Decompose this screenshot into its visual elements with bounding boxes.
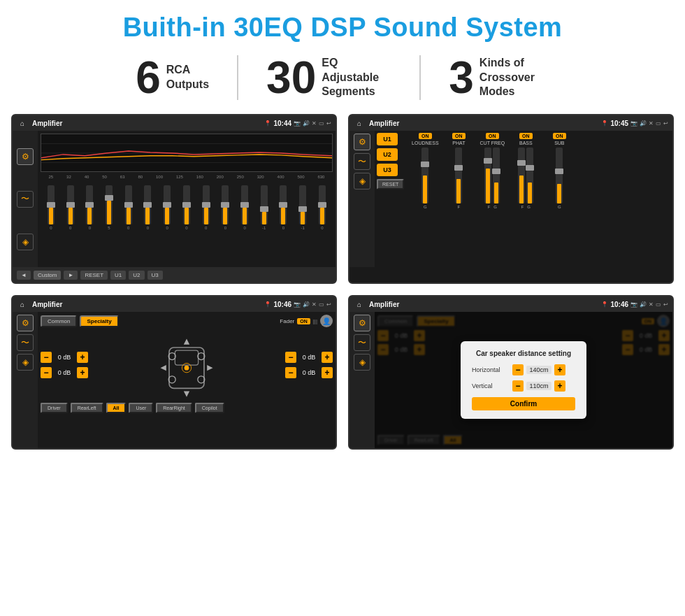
eq-slider-14[interactable]: 0	[319, 185, 326, 230]
fader-speaker-icon[interactable]: ◈	[17, 354, 34, 371]
home-icon-2[interactable]: ⌂	[354, 117, 365, 129]
home-icon-3[interactable]: ⌂	[17, 299, 28, 310]
loudness-slider[interactable]	[421, 148, 428, 203]
tab-common[interactable]: Common	[41, 315, 77, 327]
db-plus-rr[interactable]: +	[322, 367, 333, 378]
vertical-plus-btn[interactable]: +	[554, 380, 565, 392]
svg-marker-13	[161, 365, 166, 371]
eq-slider-0[interactable]: 0	[48, 185, 55, 230]
home-icon[interactable]: ⌂	[17, 117, 28, 129]
fader-driver-btn[interactable]: Driver	[41, 403, 68, 413]
distance-time: 10:46	[610, 301, 628, 308]
horizontal-value: 140cm	[526, 366, 551, 374]
fader-all-btn[interactable]: All	[106, 403, 127, 413]
phat-slider[interactable]	[455, 148, 462, 203]
sub-slider[interactable]	[556, 148, 563, 203]
preset-u1[interactable]: U1	[377, 133, 398, 145]
bass-label: BASS	[519, 141, 533, 146]
fader-rearleft-btn[interactable]: RearLeft	[71, 403, 103, 413]
svg-marker-11	[184, 339, 189, 345]
eq-slider-5[interactable]: 0	[144, 185, 151, 230]
eq-slider-1[interactable]: 0	[67, 185, 74, 230]
eq-slider-6[interactable]: 0	[164, 185, 171, 230]
eq-u1-btn[interactable]: U1	[110, 271, 126, 280]
db-plus-fr[interactable]: +	[322, 352, 333, 363]
fader-copilot-btn[interactable]: Copilot	[195, 403, 224, 413]
crossover-reset-btn[interactable]: RESET	[377, 179, 404, 189]
svg-marker-14	[207, 365, 212, 371]
volume-icon-3: 🔊	[303, 301, 310, 308]
back-icon-3: ↩	[326, 301, 331, 308]
crossover-main-area: U1 U2 U3 RESET ON LOUDNESS	[375, 131, 672, 267]
phat-on-badge: ON	[452, 133, 466, 139]
dist-settings-icon[interactable]: ⚙	[354, 315, 370, 331]
eq-speaker-icon[interactable]: ◈	[17, 234, 34, 250]
eq-slider-4[interactable]: 0	[125, 185, 132, 230]
channel-sub: ON SUB G	[544, 133, 575, 265]
back-icon-2: ↩	[663, 120, 668, 127]
eq-slider-11[interactable]: -1	[261, 185, 268, 230]
preset-u3[interactable]: U3	[377, 164, 398, 176]
fader-wave-icon[interactable]: 〜	[17, 334, 34, 351]
db-minus-rr[interactable]: −	[285, 367, 296, 378]
fader-controls-left: − 0 dB + − 0 dB +	[41, 352, 88, 378]
camera-icon-2: 📷	[630, 120, 637, 127]
cutfreq-slider-f[interactable]	[484, 148, 491, 203]
dist-speaker-icon[interactable]: ◈	[354, 354, 370, 371]
eq-prev-btn[interactable]: ◄	[17, 271, 31, 280]
vertical-minus-btn[interactable]: −	[512, 380, 524, 392]
db-plus-fl[interactable]: +	[77, 352, 88, 363]
xover-wave-icon[interactable]: 〜	[354, 153, 370, 170]
db-minus-rl[interactable]: −	[41, 367, 52, 378]
stat-crossover-number: 3	[449, 55, 474, 100]
status-bar-eq: ⌂ Amplifier 📍 10:44 📷 🔊 ✕ ▭ ↩	[13, 115, 336, 131]
db-minus-fr[interactable]: −	[285, 352, 296, 363]
location-icon: 📍	[264, 120, 271, 127]
bass-slider-f[interactable]	[518, 148, 525, 203]
profile-icon-fader[interactable]: 👤	[320, 315, 333, 327]
eq-slider-3[interactable]: 5	[106, 185, 113, 230]
back-icon-4: ↩	[663, 301, 668, 308]
fader-user-btn[interactable]: User	[129, 403, 153, 413]
fader-rearright-btn[interactable]: RearRight	[156, 403, 192, 413]
db-value-fr: 0 dB	[299, 354, 319, 361]
eq-u2-btn[interactable]: U2	[129, 271, 144, 280]
dialog-overlay: Car speaker distance setting Horizontal …	[375, 312, 672, 448]
eq-slider-12[interactable]: 0	[280, 185, 287, 230]
stat-crossover: 3 Kinds ofCrossover Modes	[421, 55, 577, 100]
eq-slider-10[interactable]: 0	[241, 185, 248, 230]
tab-specialty[interactable]: Specialty	[80, 315, 118, 327]
db-value-rr: 0 dB	[299, 369, 319, 376]
stat-eq-number: 30	[266, 55, 316, 100]
status-icons-fader: 📍 10:46 📷 🔊 ✕ ▭ ↩	[264, 301, 331, 308]
eq-play-btn[interactable]: ►	[64, 271, 78, 280]
cutfreq-slider-g[interactable]	[493, 148, 500, 203]
eq-slider-9[interactable]: 0	[222, 185, 229, 230]
confirm-button[interactable]: Confirm	[472, 397, 575, 410]
eq-slider-7[interactable]: 0	[183, 185, 190, 230]
eq-slider-2[interactable]: 0	[86, 185, 93, 230]
dist-wave-icon[interactable]: 〜	[354, 334, 370, 351]
eq-slider-13[interactable]: -1	[299, 185, 306, 230]
preset-u2[interactable]: U2	[377, 148, 398, 161]
fader-main-area: Common Specialty Fader ON ||| 👤 − 0 dB	[38, 312, 336, 448]
dialog-horizontal-row: Horizontal − 140cm +	[472, 364, 575, 375]
eq-reset-btn[interactable]: RESET	[80, 271, 108, 280]
sub-label: SUB	[554, 141, 564, 146]
home-icon-4[interactable]: ⌂	[354, 299, 365, 310]
eq-slider-8[interactable]: 0	[203, 185, 210, 230]
eq-wave-icon[interactable]: 〜	[17, 191, 34, 208]
eq-settings-icon[interactable]: ⚙	[17, 148, 34, 165]
fader-settings-icon[interactable]: ⚙	[17, 315, 34, 331]
xover-speaker-icon[interactable]: ◈	[354, 173, 370, 189]
horizontal-plus-btn[interactable]: +	[554, 364, 565, 375]
db-minus-fl[interactable]: −	[41, 352, 52, 363]
eq-custom-btn[interactable]: Custom	[34, 271, 62, 280]
eq-u3-btn[interactable]: U3	[147, 271, 163, 280]
eq-screen-title: Amplifier	[32, 120, 260, 127]
horizontal-minus-btn[interactable]: −	[512, 364, 524, 375]
xover-settings-icon[interactable]: ⚙	[354, 134, 370, 150]
eq-sliders: 0 0 0 5 0	[41, 181, 333, 230]
db-plus-rl[interactable]: +	[77, 367, 88, 378]
bass-slider-g[interactable]	[526, 148, 533, 203]
